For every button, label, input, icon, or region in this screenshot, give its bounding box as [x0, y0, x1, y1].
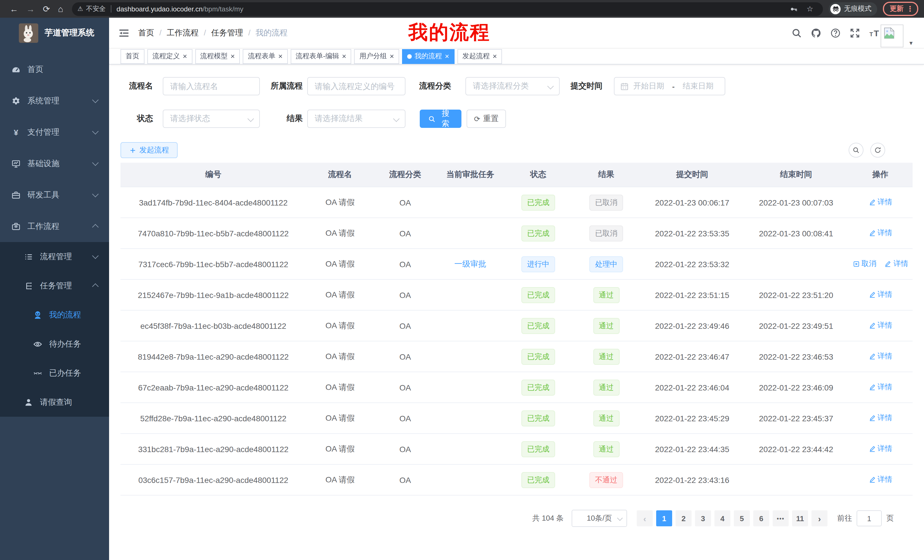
kebab-menu-icon[interactable]: ⋮ [906, 4, 914, 13]
cell-result: 已取消 [572, 218, 640, 249]
sidebar-item[interactable]: ¥ 支付管理 [0, 117, 109, 148]
close-icon[interactable] [390, 52, 394, 60]
cell-end-time: 2022-01-22 23:44:42 [744, 434, 848, 464]
name-input[interactable] [163, 77, 260, 95]
detail-link[interactable]: 详情 [868, 290, 892, 300]
page-button[interactable]: 3 [695, 511, 711, 526]
sidebar-item[interactable]: 系统管理 [0, 85, 109, 117]
breadcrumb-item[interactable]: 我的流程 [243, 28, 288, 38]
help-icon[interactable] [830, 28, 841, 38]
sidebar-item[interactable]: 首页 [0, 54, 109, 85]
page-button[interactable]: 11 [792, 511, 808, 526]
tab[interactable]: 用户分组 [354, 49, 399, 64]
page-button[interactable]: 2 [676, 511, 692, 526]
detail-link[interactable]: 详情 [868, 351, 892, 362]
close-icon[interactable] [278, 52, 282, 60]
date-range-picker[interactable]: 开始日期 - 结束日期 [614, 77, 725, 95]
category-select[interactable]: 请选择流程分类 [465, 77, 560, 95]
sidebar-item[interactable]: 已办任务 [0, 358, 109, 388]
back-icon[interactable]: ← [10, 4, 18, 13]
cell-status: 已完成 [504, 341, 572, 372]
create-process-button[interactable]: 发起流程 [120, 142, 178, 158]
table-refresh-button[interactable] [870, 143, 885, 157]
url-bar[interactable]: ⚠ 不安全 dashboard.yudao.iocoder.cn /bpm/ta… [72, 2, 823, 16]
reload-icon[interactable]: ⟳ [43, 4, 50, 13]
bookmark-star-icon[interactable]: ☆ [807, 5, 813, 13]
close-icon[interactable] [230, 52, 235, 60]
detail-link[interactable]: 详情 [868, 197, 892, 208]
detail-link[interactable]: 详情 [868, 382, 892, 392]
avatar[interactable] [880, 24, 903, 47]
cancel-link[interactable]: 取消 [852, 259, 876, 269]
tab[interactable]: 流程表单 [243, 49, 288, 64]
page-button[interactable]: 1 [656, 511, 672, 526]
page-button[interactable]: 5 [734, 511, 750, 526]
chevron-down-icon [248, 115, 254, 122]
tab[interactable]: 首页 [120, 49, 144, 64]
sidebar-item[interactable]: 工作流程 [0, 211, 109, 242]
sidebar-item[interactable]: 请假查询 [0, 388, 109, 417]
status-select[interactable]: 请选择状态 [163, 109, 260, 128]
result-select[interactable]: 请选择流结果 [307, 109, 405, 128]
sidebar-item[interactable]: 待办任务 [0, 329, 109, 358]
task-link[interactable]: 一级审批 [454, 259, 486, 268]
page-button[interactable]: ••• [772, 511, 789, 526]
cancel-icon [852, 260, 860, 268]
sidebar-item[interactable]: 基础设施 [0, 148, 109, 179]
breadcrumb-item[interactable]: 首页 [138, 28, 154, 38]
font-size-icon[interactable]: TT [869, 28, 879, 38]
key-icon[interactable] [790, 5, 798, 13]
cell-result: 通过 [572, 279, 640, 310]
tab[interactable]: 我的流程 [402, 49, 454, 64]
fullscreen-icon[interactable] [850, 28, 860, 38]
page-button[interactable]: 6 [753, 511, 769, 526]
breadcrumb-item[interactable]: 任务管理 [199, 28, 243, 38]
github-icon[interactable] [811, 28, 821, 38]
definition-input[interactable] [307, 77, 405, 95]
cell-end-time: 2022-01-22 23:45:37 [744, 403, 848, 434]
close-icon[interactable] [342, 52, 346, 60]
close-icon[interactable] [183, 52, 187, 60]
hamburger-fold-icon[interactable] [119, 28, 129, 37]
sidebar-item[interactable]: 研发工具 [0, 179, 109, 211]
prev-page-button[interactable]: ‹ [637, 511, 653, 526]
sidebar-item[interactable]: 流程管理 [0, 242, 109, 271]
cell-status: 已完成 [504, 434, 572, 464]
menu-label: 请假查询 [40, 397, 72, 407]
tab[interactable]: 流程模型 [195, 49, 240, 64]
sidebar: 芋道管理系统 首页 系统管理 ¥ 支付管理 [0, 18, 109, 560]
home-icon[interactable]: ⌂ [58, 4, 63, 13]
detail-link[interactable]: 详情 [884, 259, 908, 269]
next-page-button[interactable]: › [812, 511, 828, 526]
detail-link[interactable]: 详情 [868, 228, 892, 238]
sidebar-item[interactable]: 任务管理 [0, 271, 109, 300]
update-button[interactable]: 更新 ⋮ [883, 2, 918, 16]
detail-link[interactable]: 详情 [868, 320, 892, 331]
sidebar-item[interactable]: 我的流程 [0, 300, 109, 329]
tab[interactable]: 流程表单-编辑 [291, 49, 351, 64]
page-button[interactable]: 4 [714, 511, 730, 526]
cell-end-time [744, 464, 848, 495]
table-search-button[interactable] [849, 143, 864, 157]
monitor-icon [11, 159, 21, 168]
close-icon[interactable] [492, 52, 497, 60]
detail-link[interactable]: 详情 [868, 413, 892, 423]
forward-icon[interactable]: → [26, 4, 35, 13]
search-button[interactable]: 搜索 [420, 109, 461, 128]
breadcrumb-item[interactable]: 工作流程 [154, 28, 199, 38]
detail-link[interactable]: 详情 [868, 475, 892, 485]
cell-task: 一级审批 [436, 249, 504, 279]
cell-status: 已完成 [504, 403, 572, 434]
search-icon[interactable] [792, 28, 802, 38]
cell-end-time: 2022-01-22 23:46:09 [744, 372, 848, 403]
avatar-caret-icon[interactable]: ▾ [909, 39, 913, 47]
close-icon[interactable] [445, 52, 449, 60]
page-size-select[interactable]: 10条/页 [572, 510, 627, 527]
reset-button[interactable]: ⟳ 重置 [466, 109, 506, 128]
tab[interactable]: 发起流程 [457, 49, 502, 64]
tab[interactable]: 流程定义 [147, 49, 192, 64]
detail-link[interactable]: 详情 [868, 444, 892, 454]
goto-page-input[interactable] [856, 511, 882, 526]
edit-icon [868, 445, 876, 453]
svg-text:T: T [870, 31, 873, 37]
